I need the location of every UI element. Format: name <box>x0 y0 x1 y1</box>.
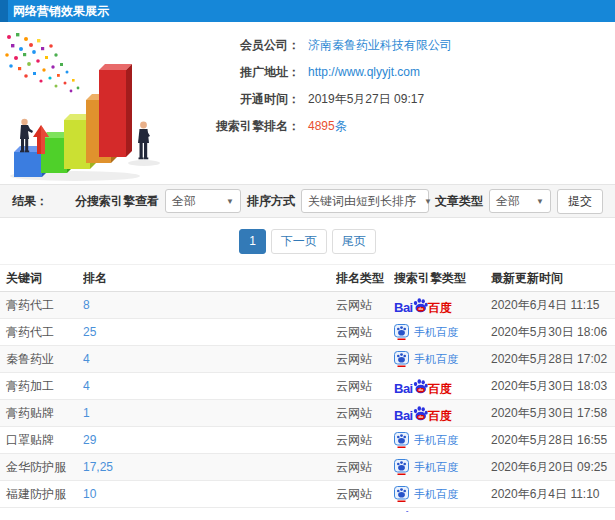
rank-link[interactable]: 29 <box>83 433 96 447</box>
table-row: 秦鲁药业 4 云网站 手机百度 2020年5月28日 17:02 <box>0 346 615 373</box>
page-button-1[interactable]: 1 <box>239 229 266 254</box>
rank-type-cell: 云网站 <box>336 297 394 314</box>
open-time-value: 2019年5月27日 09:17 <box>308 90 424 108</box>
updated-cell: 2020年5月28日 16:55 <box>491 432 615 449</box>
rank-type-cell: 云网站 <box>336 459 394 476</box>
table-row: 口罩贴牌 29 云网站 手机百度 2020年5月28日 16:55 <box>0 427 615 454</box>
rank-type-cell: 云网站 <box>336 486 394 503</box>
engine-rank-count: 4895 <box>308 119 335 133</box>
keyword-rank-table: 关键词 排名 排名类型 搜索引擎类型 最新更新时间 膏药代工 8 云网站 Bai… <box>0 264 615 512</box>
baidu-paw-icon: du <box>412 378 429 395</box>
chevron-down-icon: ▼ <box>218 197 234 206</box>
engine-rank-row: 搜索引擎排名： 4895条 <box>178 117 615 135</box>
article-type-select[interactable]: 全部 ▼ <box>489 189 551 213</box>
page: 网络营销效果展示 <box>0 0 615 520</box>
rank-link[interactable]: 1 <box>83 406 90 420</box>
promo-url-link[interactable]: http://www.qlyyjt.com <box>308 65 420 79</box>
sort-filter-label: 排序方式 <box>247 193 295 210</box>
baidu-mobile-logo: 手机百度 <box>394 459 458 475</box>
window-title-bar: 网络营销效果展示 <box>0 0 615 22</box>
updated-cell: 2020年5月30日 18:06 <box>491 324 615 341</box>
mobile-baidu-icon <box>394 432 409 448</box>
keyword-cell: 福建防护服 <box>0 486 83 503</box>
table-row: 膏药代工 8 云网站 Bai du 百度 2020年6月4日 11:15 <box>0 292 615 319</box>
company-link[interactable]: 济南秦鲁药业科技有限公司 <box>308 38 452 52</box>
submit-button[interactable]: 提交 <box>557 189 603 214</box>
chevron-down-icon: ▼ <box>528 197 544 206</box>
sort-filter-select[interactable]: 关键词由短到长排序 ▼ <box>301 189 429 213</box>
rank-type-cell: 云网站 <box>336 432 394 449</box>
table-row: 膏药代工 25 云网站 手机百度 2020年5月30日 18:06 <box>0 319 615 346</box>
updated-cell: 2020年6月20日 09:25 <box>491 459 615 476</box>
updated-cell: 2020年6月4日 11:10 <box>491 486 615 503</box>
baidu-bai-text: Bai <box>394 409 413 422</box>
keyword-cell: 口罩贴牌 <box>0 432 83 449</box>
baidu-cn-text: 百度 <box>428 302 452 314</box>
mobile-baidu-icon <box>394 351 409 367</box>
table-row-partial <box>0 508 615 512</box>
baidu-cn-text: 百度 <box>428 410 452 422</box>
rank-type-cell: 云网站 <box>336 351 394 368</box>
rank-link[interactable]: 17,25 <box>83 460 113 474</box>
rank-link[interactable]: 8 <box>83 298 90 312</box>
engine-filter-select[interactable]: 全部 ▼ <box>165 189 241 213</box>
open-time-row: 开通时间： 2019年5月27日 09:17 <box>178 90 615 108</box>
mobile-baidu-label: 手机百度 <box>414 487 458 502</box>
rank-type-cell: 云网站 <box>336 405 394 422</box>
updated-cell: 2020年6月4日 11:15 <box>491 297 615 314</box>
baidu-bai-text: Bai <box>394 301 413 314</box>
last-page-button[interactable]: 尾页 <box>332 229 376 254</box>
mobile-baidu-label: 手机百度 <box>414 352 458 367</box>
baidu-mobile-logo: 手机百度 <box>394 486 458 502</box>
keyword-cell: 膏药加工 <box>0 378 83 395</box>
results-filter-bar: 结果： 分搜索引擎查看 全部 ▼ 排序方式 关键词由短到长排序 ▼ 文章类型 全… <box>0 184 615 218</box>
table-row: 金华防护服 17,25 云网站 手机百度 2020年6月20日 09:25 <box>0 454 615 481</box>
updated-cell: 2020年5月30日 18:03 <box>491 378 615 395</box>
mobile-baidu-icon <box>394 486 409 502</box>
engine-rank-unit: 条 <box>335 119 347 133</box>
baidu-paw-icon: du <box>412 405 429 422</box>
promo-url-row: 推广地址： http://www.qlyyjt.com <box>178 63 615 81</box>
baidu-mobile-logo: 手机百度 <box>394 324 458 340</box>
rank-link[interactable]: 25 <box>83 325 96 339</box>
baidu-cn-text: 百度 <box>428 383 452 395</box>
keyword-cell: 膏药代工 <box>0 297 83 314</box>
mobile-baidu-label: 手机百度 <box>414 433 458 448</box>
baidu-pc-logo: Bai du 百度 <box>394 297 452 314</box>
col-header-rank-type: 排名类型 <box>336 270 394 287</box>
baidu-mobile-logo: 手机百度 <box>394 351 458 367</box>
svg-text:du: du <box>418 388 423 392</box>
pagination: 1 下一页 尾页 <box>0 218 615 264</box>
engine-rank-label: 搜索引擎排名： <box>178 117 300 135</box>
next-page-button[interactable]: 下一页 <box>271 229 327 254</box>
mobile-baidu-icon <box>394 459 409 475</box>
company-label: 会员公司： <box>178 36 300 54</box>
keyword-cell: 膏药贴牌 <box>0 405 83 422</box>
rank-link[interactable]: 4 <box>83 379 90 393</box>
col-header-keyword: 关键词 <box>0 270 83 287</box>
col-header-updated: 最新更新时间 <box>491 270 615 287</box>
article-type-label: 文章类型 <box>435 193 483 210</box>
open-time-label: 开通时间： <box>178 90 300 108</box>
rank-link[interactable]: 4 <box>83 352 90 366</box>
table-header-row: 关键词 排名 排名类型 搜索引擎类型 最新更新时间 <box>0 264 615 292</box>
baidu-paw-icon: du <box>412 297 429 314</box>
rank-link[interactable]: 10 <box>83 487 96 501</box>
baidu-pc-logo: Bai du 百度 <box>394 405 452 422</box>
table-row: 膏药贴牌 1 云网站 Bai du 百度 2020年5月30日 17:58 <box>0 400 615 427</box>
keyword-cell: 秦鲁药业 <box>0 351 83 368</box>
results-label: 结果： <box>12 193 48 210</box>
member-info-list: 会员公司： 济南秦鲁药业科技有限公司 推广地址： http://www.qlyy… <box>178 30 615 184</box>
keyword-cell: 金华防护服 <box>0 459 83 476</box>
baidu-paw-icon <box>400 510 417 512</box>
rank-type-cell: 云网站 <box>336 378 394 395</box>
col-header-rank: 排名 <box>83 270 336 287</box>
mobile-baidu-label: 手机百度 <box>414 460 458 475</box>
baidu-pc-logo: Bai du 百度 <box>394 378 452 395</box>
sort-filter-value: 关键词由短到长排序 <box>308 193 416 210</box>
promo-url-label: 推广地址： <box>178 63 300 81</box>
confetti-dots <box>5 33 79 92</box>
mobile-baidu-icon <box>394 324 409 340</box>
keyword-cell: 膏药代工 <box>0 324 83 341</box>
engine-filter-value: 全部 <box>172 193 196 210</box>
